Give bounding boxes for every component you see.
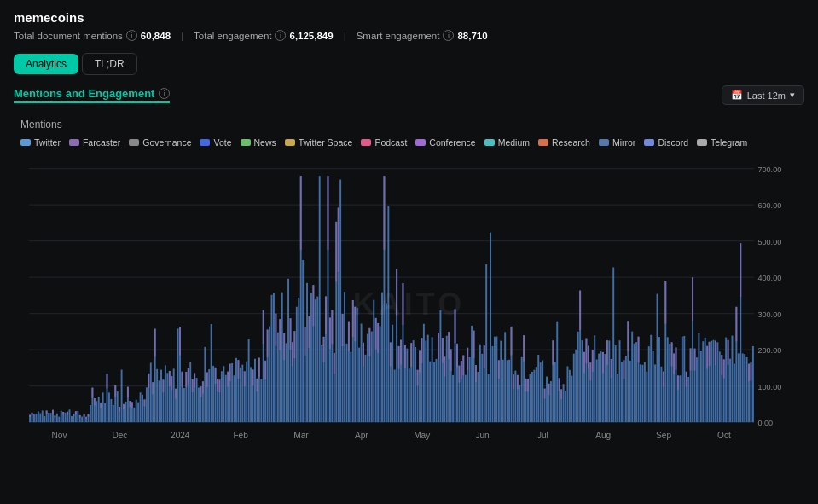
svg-text:700.00: 700.00 — [757, 165, 781, 174]
svg-rect-152 — [223, 366, 224, 422]
svg-rect-114 — [171, 376, 172, 390]
total-engagement-stat: Total engagement i 6,125,849 — [194, 30, 334, 41]
legend-item-medium: Medium — [484, 137, 530, 148]
svg-rect-329 — [471, 326, 473, 422]
svg-rect-462 — [679, 375, 681, 422]
svg-rect-414 — [602, 352, 604, 374]
svg-rect-327 — [467, 348, 468, 370]
svg-rect-420 — [611, 359, 612, 378]
svg-rect-115 — [173, 368, 175, 422]
time-selector[interactable]: 📅 Last 12m ▾ — [722, 85, 804, 105]
svg-rect-477 — [702, 341, 704, 422]
svg-rect-45 — [73, 414, 74, 416]
svg-rect-350 — [507, 360, 508, 422]
svg-rect-82 — [125, 402, 127, 422]
svg-rect-34 — [56, 414, 58, 422]
svg-rect-17 — [29, 415, 31, 418]
svg-rect-79 — [121, 369, 123, 422]
svg-text:400.00: 400.00 — [757, 274, 781, 282]
svg-rect-343 — [494, 337, 496, 422]
svg-rect-480 — [706, 346, 708, 369]
svg-rect-381 — [552, 340, 554, 365]
svg-rect-210 — [306, 283, 308, 422]
svg-rect-139 — [204, 347, 206, 422]
svg-rect-58 — [90, 405, 91, 422]
svg-rect-430 — [627, 321, 629, 351]
svg-rect-239 — [344, 292, 345, 422]
svg-rect-425 — [621, 362, 623, 422]
svg-rect-282 — [404, 345, 406, 368]
svg-rect-19 — [32, 413, 33, 415]
svg-rect-372 — [540, 362, 542, 422]
svg-rect-62 — [94, 398, 96, 405]
svg-rect-110 — [166, 373, 168, 422]
svg-rect-219 — [321, 345, 322, 422]
svg-rect-204 — [298, 298, 299, 422]
svg-rect-422 — [615, 345, 617, 422]
svg-rect-349 — [504, 332, 506, 422]
svg-rect-459 — [676, 347, 677, 369]
svg-rect-142 — [208, 369, 210, 422]
svg-rect-159 — [234, 375, 235, 422]
legend-item-telegram: Telegram — [697, 137, 747, 148]
svg-rect-334 — [477, 372, 479, 422]
tab-analytics[interactable]: Analytics — [14, 54, 78, 74]
svg-rect-92 — [140, 392, 142, 422]
svg-rect-150 — [218, 379, 220, 392]
svg-rect-433 — [634, 344, 635, 422]
svg-rect-286 — [410, 343, 412, 367]
svg-rect-189 — [277, 333, 279, 422]
svg-rect-501 — [738, 353, 740, 422]
total-engagement-label: Total engagement — [194, 31, 271, 41]
svg-rect-358 — [517, 375, 519, 390]
svg-rect-136 — [200, 386, 201, 397]
svg-rect-29 — [50, 413, 52, 422]
svg-rect-368 — [531, 372, 533, 422]
svg-rect-411 — [598, 354, 600, 423]
svg-rect-378 — [548, 384, 550, 396]
svg-rect-36 — [61, 411, 62, 422]
svg-rect-236 — [339, 180, 341, 423]
svg-rect-463 — [682, 337, 683, 423]
svg-rect-298 — [429, 362, 431, 422]
svg-rect-33 — [54, 415, 55, 417]
svg-rect-318 — [456, 344, 458, 368]
svg-rect-148 — [217, 379, 218, 391]
svg-rect-172 — [254, 359, 256, 422]
svg-rect-370 — [536, 367, 537, 422]
svg-rect-130 — [192, 379, 194, 392]
legend-item-discord: Discord — [644, 137, 688, 148]
svg-rect-41 — [67, 412, 68, 415]
svg-rect-223 — [325, 296, 327, 333]
svg-rect-469 — [690, 348, 692, 370]
svg-rect-412 — [600, 351, 602, 422]
svg-rect-84 — [127, 387, 129, 397]
svg-rect-51 — [81, 417, 83, 423]
svg-rect-186 — [273, 293, 275, 423]
svg-rect-453 — [669, 344, 670, 422]
svg-rect-202 — [293, 331, 295, 358]
svg-rect-371 — [537, 355, 539, 422]
svg-rect-245 — [352, 300, 354, 337]
svg-rect-90 — [136, 400, 137, 422]
svg-rect-198 — [290, 318, 292, 350]
section-title-container: Mentions and Engagement i — [14, 87, 170, 103]
legend-item-twitter: Twitter — [20, 137, 61, 148]
svg-text:100.00: 100.00 — [757, 383, 781, 391]
svg-rect-192 — [281, 293, 283, 422]
svg-rect-123 — [183, 388, 185, 422]
svg-rect-483 — [711, 341, 712, 422]
svg-rect-167 — [246, 362, 247, 422]
svg-rect-218 — [319, 176, 321, 422]
tab-tldr[interactable]: TL;DR — [82, 53, 137, 75]
svg-rect-301 — [436, 359, 438, 422]
section-header: Mentions and Engagement i 📅 Last 12m ▾ — [0, 75, 818, 110]
svg-rect-303 — [438, 333, 439, 360]
svg-rect-256 — [368, 328, 370, 356]
svg-rect-60 — [91, 388, 93, 398]
svg-rect-360 — [521, 357, 523, 422]
svg-rect-297 — [427, 335, 429, 422]
svg-rect-367 — [530, 374, 531, 422]
svg-rect-206 — [300, 176, 302, 250]
svg-text:Dec: Dec — [112, 431, 127, 440]
